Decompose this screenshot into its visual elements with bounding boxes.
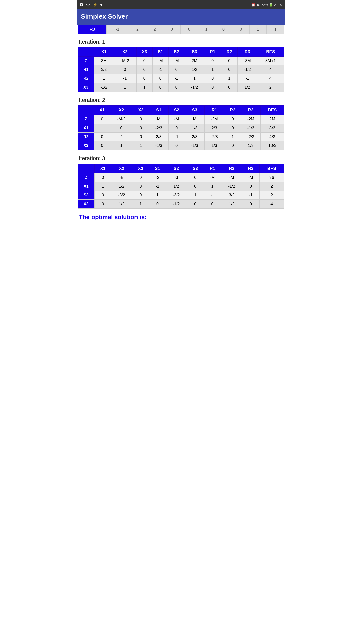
cell-3-1-6: 1	[204, 182, 221, 191]
cell-1-3-2: 1	[136, 83, 152, 92]
header-cell-1-2: X2	[114, 47, 136, 57]
header-cell-2-10: BFS	[261, 106, 284, 115]
cell-2-0-7: 0	[224, 115, 241, 124]
cell-2-0-5: M	[185, 115, 205, 124]
cell-3-1-2: 0	[132, 182, 149, 191]
row-label-1-0: Z	[78, 57, 94, 65]
partial-cell-10: 1	[267, 25, 284, 34]
gallery-icon: 🖼	[80, 3, 83, 7]
cell-3-2-7: 3/2	[221, 191, 242, 200]
table-row: S30-3/201-3/21-13/2-12	[78, 191, 284, 200]
cell-3-1-0: 1	[94, 182, 111, 191]
cell-2-1-8: -1/3	[241, 124, 261, 133]
status-bar-left: 🖼 </> ⚡ N	[80, 3, 102, 7]
simplex-table-3: X1X2X3S1S2S3R1R2R3BFSZ0-50-2-30-M-M-M36X…	[78, 164, 284, 209]
cell-3-3-0: 0	[94, 200, 111, 209]
cell-1-2-0: 1	[94, 74, 114, 83]
partial-cell-5: 0	[180, 25, 198, 34]
table-row: R20-102/3-12/3-2/31-2/34/3	[78, 133, 284, 141]
cell-3-0-7: -M	[221, 173, 242, 182]
table-row: X3-1/21100-1/2001/22	[78, 83, 284, 92]
header-cell-3-2: X2	[111, 164, 132, 173]
app-bar: Simplex Solver	[77, 9, 285, 25]
cell-2-1-1: 0	[110, 124, 133, 133]
header-cell-1-9: R3	[238, 47, 257, 57]
partial-cell-4: 0	[163, 25, 180, 34]
iteration-label-2: Iteration: 2	[78, 93, 284, 105]
cell-1-2-2: 0	[136, 74, 152, 83]
header-row-2: X1X2X3S1S2S3R1R2R3BFS	[78, 106, 284, 115]
cell-2-3-1: 1	[110, 141, 133, 150]
header-cell-1-6: S3	[185, 47, 204, 57]
cell-1-0-8: -3M	[238, 57, 257, 65]
row-label-1-2: R2	[78, 74, 94, 83]
cell-1-1-9: 4	[257, 65, 284, 74]
header-cell-1-5: S2	[168, 47, 185, 57]
header-cell-3-8: R2	[221, 164, 242, 173]
cell-1-0-7: 0	[221, 57, 238, 65]
partial-table-row: R3 -1 2 2 0 0 1 0 0 1 1	[78, 25, 284, 34]
cell-2-2-1: -1	[110, 133, 133, 141]
row-label-3-0: Z	[78, 173, 95, 182]
status-bar-right: ⏰ 4G 72% 🔋 21:20	[251, 3, 282, 7]
cell-3-3-9: 4	[259, 200, 284, 209]
cell-2-3-5: -1/3	[185, 141, 205, 150]
cell-3-1-8: 0	[242, 182, 260, 191]
header-cell-1-3: X3	[136, 47, 152, 57]
cell-1-3-9: 2	[257, 83, 284, 92]
cell-3-2-2: 0	[132, 191, 149, 200]
cell-1-1-6: 1	[204, 65, 221, 74]
header-cell-2-6: S3	[185, 106, 205, 115]
cell-2-1-5: 1/3	[185, 124, 205, 133]
header-cell-3-1: X1	[94, 164, 111, 173]
cell-3-0-1: -5	[111, 173, 132, 182]
header-cell-3-4: S1	[149, 164, 166, 173]
cell-2-1-0: 1	[94, 124, 110, 133]
cell-3-0-6: -M	[204, 173, 221, 182]
cell-2-3-6: 1/3	[205, 141, 224, 150]
row-label-3-1: X1	[78, 182, 95, 191]
header-cell-3-9: R3	[242, 164, 260, 173]
cell-2-2-8: -2/3	[241, 133, 261, 141]
cell-3-2-9: 2	[259, 191, 284, 200]
cell-3-2-5: 1	[187, 191, 204, 200]
cell-1-3-7: 0	[221, 83, 238, 92]
iteration-label-1: Iteration: 1	[78, 34, 284, 47]
cell-2-1-4: 0	[169, 124, 185, 133]
cell-3-0-0: 0	[94, 173, 111, 182]
table-row: X111/20-11/201-1/202	[78, 182, 284, 191]
cell-2-2-9: 4/3	[261, 133, 284, 141]
table-row: Z3M-M-20-M-M2M00-3M8M+1	[78, 57, 284, 65]
cell-1-2-6: 0	[204, 74, 221, 83]
cell-1-1-7: 0	[221, 65, 238, 74]
cell-1-1-0: 3/2	[94, 65, 114, 74]
partial-cell-8: 0	[232, 25, 250, 34]
iteration-label-3: Iteration: 3	[78, 151, 284, 164]
status-info: ⏰ 4G 72% 🔋 21:20	[251, 3, 282, 7]
cell-1-0-5: 2M	[185, 57, 204, 65]
cell-3-0-8: -M	[242, 173, 260, 182]
cell-1-2-3: 0	[152, 74, 168, 83]
cell-3-2-8: -1	[242, 191, 260, 200]
cell-2-0-4: -M	[169, 115, 185, 124]
cell-1-2-4: -1	[168, 74, 185, 83]
table-row: R21-100-1101-14	[78, 74, 284, 83]
header-cell-1-8: R2	[221, 47, 238, 57]
partial-table: R3 -1 2 2 0 0 1 0 0 1 1	[78, 25, 284, 34]
cell-3-2-6: -1	[204, 191, 221, 200]
cell-1-0-4: -M	[168, 57, 185, 65]
cell-1-1-1: 0	[114, 65, 136, 74]
cell-2-1-7: 0	[224, 124, 241, 133]
header-cell-2-9: R3	[241, 106, 261, 115]
cell-1-3-4: 0	[168, 83, 185, 92]
cell-3-3-5: 0	[187, 200, 204, 209]
cell-1-3-0: -1/2	[94, 83, 114, 92]
header-cell-3-7: R1	[204, 164, 221, 173]
header-cell-3-3: X3	[132, 164, 149, 173]
header-cell-1-0	[78, 47, 94, 57]
header-cell-3-0	[78, 164, 95, 173]
cell-3-3-7: 1/2	[221, 200, 242, 209]
partial-cell-2: 2	[129, 25, 146, 34]
cell-2-3-8: 1/3	[241, 141, 261, 150]
cell-1-3-3: 0	[152, 83, 168, 92]
